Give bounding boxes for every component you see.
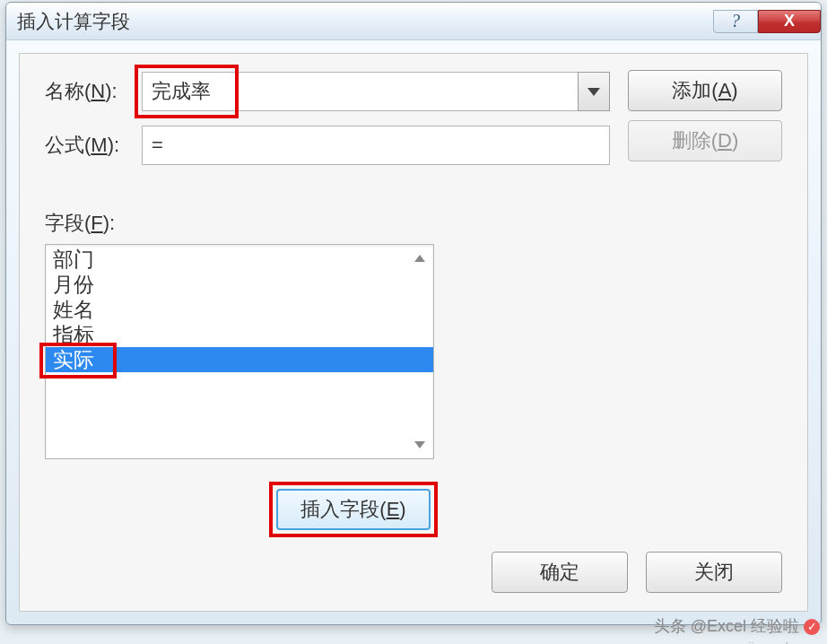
list-item[interactable]: 部门: [46, 247, 433, 272]
watermark-text: 头条 @Excel 经验啦 ✓: [654, 615, 820, 637]
name-input[interactable]: [142, 72, 610, 111]
dialog-title: 插入计算字段: [17, 9, 713, 34]
dialog-content: 名称(N): 公式(M): 添加(A) 删除(D) 字段(F):: [19, 53, 808, 612]
scroll-down-icon[interactable]: [408, 433, 431, 457]
dialog: 插入计算字段 ? X 名称(N): 公式(M): 添加(A): [5, 2, 822, 625]
titlebar: 插入计算字段 ? X: [6, 3, 821, 40]
close-button[interactable]: X: [758, 10, 821, 33]
insert-field-button[interactable]: 插入字段(E): [276, 489, 431, 530]
list-item[interactable]: 指标: [46, 322, 433, 347]
bottom-buttons: 确定 关闭: [492, 552, 782, 593]
add-button[interactable]: 添加(A): [628, 70, 782, 111]
close-dialog-button[interactable]: 关闭: [646, 552, 782, 593]
delete-button: 删除(D): [628, 120, 782, 161]
verified-icon: ✓: [804, 619, 820, 635]
name-combo: [142, 72, 610, 111]
help-button[interactable]: ?: [713, 10, 758, 33]
formula-label: 公式(M):: [45, 132, 142, 159]
list-item[interactable]: 姓名: [46, 297, 433, 322]
ok-button[interactable]: 确定: [492, 552, 628, 593]
titlebar-buttons: ? X: [713, 10, 821, 33]
fields-listbox[interactable]: 部门 月份 姓名 指标 实际: [45, 244, 434, 459]
name-dropdown-arrow[interactable]: [578, 72, 610, 111]
list-item[interactable]: 月份: [46, 272, 433, 297]
name-label: 名称(N):: [45, 78, 142, 105]
watermark-site: jingyanla.com: [749, 640, 821, 644]
fields-items: 部门 月份 姓名 指标 实际: [46, 245, 433, 374]
highlight-insert: 插入字段(E): [269, 482, 438, 537]
list-item-selected[interactable]: 实际: [46, 347, 433, 372]
fields-listbox-wrap: 部门 月份 姓名 指标 实际: [45, 244, 434, 459]
fields-label: 字段(F):: [45, 210, 782, 237]
formula-input[interactable]: [142, 126, 610, 165]
scroll-up-icon[interactable]: [408, 247, 431, 270]
